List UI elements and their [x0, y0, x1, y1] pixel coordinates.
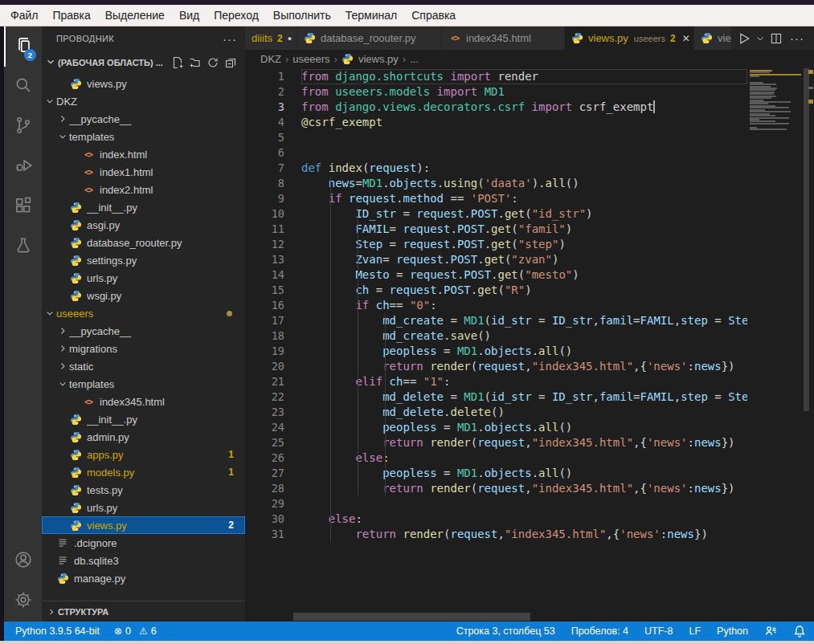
line-content: peopless = MD1.objects.all() — [301, 466, 747, 481]
tree-item-urls.py[interactable]: urls.py — [42, 269, 245, 287]
tab-diiits[interactable]: diiits2● — [245, 26, 296, 50]
status-indentation[interactable]: Пробелов: 4 — [571, 626, 628, 637]
menu-item-8[interactable]: Справка — [404, 5, 463, 26]
run-button[interactable] — [734, 28, 755, 49]
notifications-bell-icon[interactable] — [793, 625, 806, 638]
tree-item-useeers[interactable]: useeers — [42, 304, 245, 322]
code-editor[interactable]: 1from django.shortcuts import render2fro… — [245, 67, 814, 622]
tree-item-wsgi.py[interactable]: wsgi.py — [42, 287, 245, 304]
tree-item-__pycache__[interactable]: __pycache__ — [42, 322, 245, 340]
activity-account-button[interactable] — [4, 541, 42, 581]
editor-more-actions-button[interactable]: ··· — [787, 28, 808, 49]
tree-item-urls.py[interactable]: urls.py — [42, 499, 245, 516]
tree-item-db.sqlite3[interactable]: db.sqlite3 — [42, 552, 245, 569]
status-python-version[interactable]: Python 3.9.5 64-bit — [15, 626, 100, 637]
tree-item-__pycache__[interactable]: __pycache__ — [42, 110, 245, 128]
activity-settings-button[interactable] — [4, 581, 42, 622]
status-eol[interactable]: LF — [689, 626, 701, 637]
outline-section-header[interactable]: СТРУКТУРА — [42, 601, 245, 622]
activity-source-control-button[interactable] — [4, 107, 42, 147]
menu-item-2[interactable]: Правка — [45, 5, 97, 26]
line-number: 11 — [245, 222, 301, 237]
tab-vie[interactable]: vie — [694, 26, 731, 50]
activity-extensions-button[interactable] — [4, 187, 42, 227]
tree-item-label: manage.py — [74, 573, 245, 585]
tree-item-label: views.py — [87, 520, 228, 532]
line-content: Zvan= request.POST.get("zvan") — [301, 252, 747, 267]
tree-item-index2.html[interactable]: <>index2.html — [42, 181, 245, 198]
tab-index345.html[interactable]: <>index345.html — [442, 26, 564, 50]
status-language-mode[interactable]: Python — [717, 626, 748, 637]
breadcrumb-separator-icon: › — [334, 53, 337, 65]
tree-item-manage.py[interactable]: manage.py — [42, 569, 245, 587]
close-icon[interactable]: ✕ — [682, 33, 690, 44]
code-line-3[interactable]: 3from django.views.decorators.csrf impor… — [245, 100, 814, 115]
workspace-section-header[interactable]: (РАБОЧАЯ ОБЛАСТЬ) ... — [42, 51, 245, 75]
status-encoding[interactable]: UTF-8 — [644, 626, 673, 637]
breadcrumb[interactable]: DKZ›useeers›views.py›... — [245, 50, 814, 67]
tree-item-settings.py[interactable]: settings.py — [42, 251, 245, 269]
tree-item-templates[interactable]: templates — [42, 128, 245, 145]
tree-item-views.py[interactable]: views.py2 — [42, 516, 245, 534]
breadcrumb-item-useeers[interactable]: useeers — [292, 53, 329, 65]
menu-item-3[interactable]: Выделение — [98, 5, 172, 26]
code-line-7[interactable]: 7def index(request): — [245, 161, 814, 176]
breadcrumb-item-views.py[interactable]: views.py — [358, 53, 399, 65]
feedback-icon[interactable] — [764, 625, 777, 638]
tree-item-tests.py[interactable]: tests.py — [42, 481, 245, 499]
line-number: 26 — [245, 450, 301, 466]
collapse-all-icon[interactable] — [223, 55, 239, 71]
tree-item-DKZ[interactable]: DKZ — [42, 92, 245, 110]
activity-run-debug-button[interactable] — [4, 147, 42, 187]
menu-item-5[interactable]: Переход — [207, 5, 266, 26]
tree-item-database_roouter.py[interactable]: database_roouter.py — [42, 234, 245, 251]
menu-item-6[interactable]: Выполнить — [266, 5, 338, 26]
tree-item-static[interactable]: static — [42, 357, 245, 375]
tree-item-__init__.py[interactable]: __init__.py — [42, 410, 245, 428]
tree-item-.dcignore[interactable]: .dcignore — [42, 534, 245, 552]
tree-item-models.py[interactable]: models.py1 — [42, 463, 245, 481]
tree-item-views.py[interactable]: views.py — [42, 75, 245, 92]
tree-item-migrations[interactable]: migrations — [42, 340, 245, 357]
refresh-icon[interactable] — [205, 55, 221, 71]
run-dropdown-chevron-icon[interactable] — [755, 28, 766, 49]
tree-item-asgi.py[interactable]: asgi.py — [42, 216, 245, 234]
horizontal-scrollbar[interactable] — [293, 613, 530, 621]
code-line-2[interactable]: 2from useeers.models import MD1 — [245, 84, 814, 100]
new-folder-icon[interactable] — [187, 55, 203, 71]
tree-item-index.html[interactable]: <>index.html — [42, 145, 245, 163]
code-line-6[interactable]: 6 — [245, 145, 814, 161]
activity-explorer-button[interactable]: 2 — [4, 26, 42, 67]
tree-item-admin.py[interactable]: admin.py — [42, 428, 245, 446]
status-problems[interactable]: ⊗0⚠6 — [114, 626, 157, 637]
menu-item-7[interactable]: Терминал — [338, 5, 404, 26]
breadcrumb-item-DKZ[interactable]: DKZ — [260, 53, 281, 65]
line-content: ch = request.POST.get("R") — [301, 283, 747, 298]
line-content: md_create.save() — [301, 328, 747, 344]
split-editor-button[interactable] — [766, 28, 787, 49]
minimap[interactable] — [747, 68, 804, 131]
tree-item-templates[interactable]: templates — [42, 375, 245, 393]
tree-item-index345.html[interactable]: <>index345.html — [42, 393, 245, 410]
tree-item-index1.html[interactable]: <>index1.html — [42, 163, 245, 181]
activity-testing-button[interactable] — [4, 227, 42, 267]
tab-database_roouter.py[interactable]: database_roouter.py — [297, 26, 441, 50]
code-line-1[interactable]: 1from django.shortcuts import render — [245, 69, 814, 84]
status-cursor-position[interactable]: Строка 3, столбец 53 — [456, 626, 555, 637]
line-content: @csrf_exempt — [301, 115, 747, 130]
explorer-more-actions-icon[interactable]: ··· — [223, 32, 237, 46]
new-file-icon[interactable] — [170, 55, 186, 71]
vertical-scrollbar[interactable] — [804, 68, 809, 411]
tree-item-apps.py[interactable]: apps.py1 — [42, 446, 245, 463]
code-line-4[interactable]: 4@csrf_exempt — [245, 115, 814, 130]
activity-search-button[interactable] — [4, 67, 42, 107]
line-number: 14 — [245, 267, 301, 283]
explorer-title: ПРОВОДНИК — [56, 34, 114, 43]
tree-item-__init__.py[interactable]: __init__.py — [42, 198, 245, 216]
menu-item-4[interactable]: Вид — [172, 5, 207, 26]
source-control-icon — [13, 115, 34, 139]
menu-item-1[interactable]: Файл — [3, 5, 45, 26]
code-line-5[interactable]: 5 — [245, 130, 814, 145]
breadcrumb-item-...[interactable]: ... — [410, 53, 419, 65]
tab-views.py[interactable]: views.pyuseeers2✕ — [565, 26, 693, 50]
